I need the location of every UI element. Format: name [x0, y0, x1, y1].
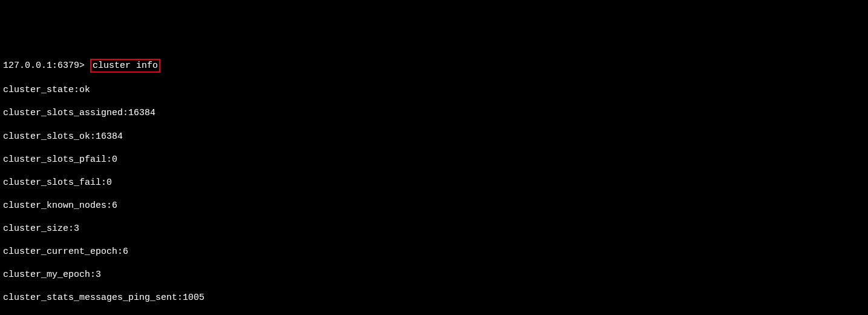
- command-highlight: cluster info: [90, 59, 160, 73]
- output-line: cluster_state:ok: [3, 84, 865, 96]
- output-line: cluster_slots_ok:16384: [3, 131, 865, 142]
- output-line: cluster_slots_assigned:16384: [3, 107, 865, 119]
- output-line: cluster_slots_fail:0: [3, 177, 865, 188]
- output-line: cluster_known_nodes:6: [3, 200, 865, 211]
- output-line: cluster_current_epoch:6: [3, 246, 865, 257]
- redis-prompt[interactable]: 127.0.0.1:6379>: [3, 61, 85, 71]
- output-line: cluster_stats_messages_ping_sent:1005: [3, 292, 865, 303]
- output-line: cluster_slots_pfail:0: [3, 154, 865, 165]
- output-line: cluster_my_epoch:3: [3, 269, 865, 280]
- output-line: cluster_size:3: [3, 223, 865, 234]
- terminal-output: 127.0.0.1:6379> cluster info cluster_sta…: [3, 47, 865, 315]
